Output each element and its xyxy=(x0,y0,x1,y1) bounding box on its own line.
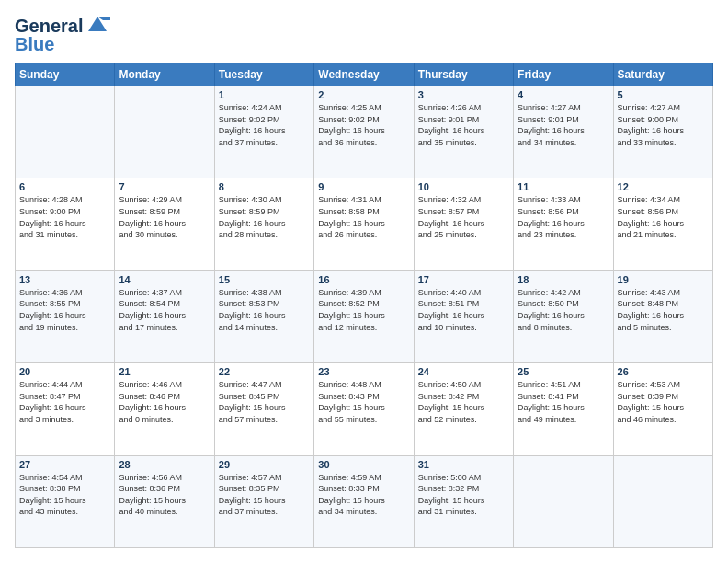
calendar-cell: 23Sunrise: 4:48 AM Sunset: 8:43 PM Dayli… xyxy=(314,363,414,455)
calendar-cell: 5Sunrise: 4:27 AM Sunset: 9:00 PM Daylig… xyxy=(613,86,712,178)
calendar-cell: 27Sunrise: 4:54 AM Sunset: 8:38 PM Dayli… xyxy=(16,455,115,547)
calendar-cell: 25Sunrise: 4:51 AM Sunset: 8:41 PM Dayli… xyxy=(514,363,613,455)
logo: General Blue xyxy=(15,15,110,53)
calendar-cell: 24Sunrise: 4:50 AM Sunset: 8:42 PM Dayli… xyxy=(414,363,513,455)
day-number: 8 xyxy=(219,181,310,192)
calendar-cell: 1Sunrise: 4:24 AM Sunset: 9:02 PM Daylig… xyxy=(214,86,313,178)
day-number: 4 xyxy=(518,89,609,100)
day-number: 30 xyxy=(318,459,409,470)
day-number: 16 xyxy=(318,274,409,285)
day-info: Sunrise: 4:57 AM Sunset: 8:35 PM Dayligh… xyxy=(219,472,310,518)
day-number: 6 xyxy=(19,181,110,192)
day-info: Sunrise: 4:51 AM Sunset: 8:41 PM Dayligh… xyxy=(518,379,609,425)
day-info: Sunrise: 4:29 AM Sunset: 8:59 PM Dayligh… xyxy=(119,194,210,240)
page: General Blue SundayMondayTuesdayWednesda… xyxy=(0,0,728,563)
day-header-monday: Monday xyxy=(115,63,214,86)
day-number: 1 xyxy=(219,89,310,100)
day-number: 24 xyxy=(418,366,509,377)
calendar-cell: 6Sunrise: 4:28 AM Sunset: 9:00 PM Daylig… xyxy=(16,178,115,270)
header: General Blue xyxy=(15,15,713,53)
day-info: Sunrise: 4:43 AM Sunset: 8:48 PM Dayligh… xyxy=(618,287,709,333)
logo-blue: Blue xyxy=(15,35,110,53)
day-number: 3 xyxy=(418,89,509,100)
calendar-week-5: 27Sunrise: 4:54 AM Sunset: 8:38 PM Dayli… xyxy=(16,455,713,547)
logo-general: General xyxy=(15,17,83,35)
day-number: 7 xyxy=(119,181,210,192)
day-number: 2 xyxy=(318,89,409,100)
calendar-table: SundayMondayTuesdayWednesdayThursdayFrid… xyxy=(15,63,713,548)
day-info: Sunrise: 4:38 AM Sunset: 8:53 PM Dayligh… xyxy=(219,287,310,333)
calendar-cell: 19Sunrise: 4:43 AM Sunset: 8:48 PM Dayli… xyxy=(613,270,712,362)
day-number: 18 xyxy=(518,274,609,285)
day-header-friday: Friday xyxy=(514,63,613,86)
day-number: 29 xyxy=(219,459,310,470)
calendar-cell: 16Sunrise: 4:39 AM Sunset: 8:52 PM Dayli… xyxy=(314,270,414,362)
calendar-cell: 31Sunrise: 5:00 AM Sunset: 8:32 PM Dayli… xyxy=(414,455,513,547)
day-number: 20 xyxy=(19,366,110,377)
calendar-cell: 14Sunrise: 4:37 AM Sunset: 8:54 PM Dayli… xyxy=(115,270,214,362)
calendar-cell: 10Sunrise: 4:32 AM Sunset: 8:57 PM Dayli… xyxy=(414,178,513,270)
calendar-week-1: 1Sunrise: 4:24 AM Sunset: 9:02 PM Daylig… xyxy=(16,86,713,178)
calendar-week-2: 6Sunrise: 4:28 AM Sunset: 9:00 PM Daylig… xyxy=(16,178,713,270)
calendar-week-4: 20Sunrise: 4:44 AM Sunset: 8:47 PM Dayli… xyxy=(16,363,713,455)
day-number: 21 xyxy=(119,366,210,377)
day-info: Sunrise: 4:47 AM Sunset: 8:45 PM Dayligh… xyxy=(219,379,310,425)
day-info: Sunrise: 4:34 AM Sunset: 8:56 PM Dayligh… xyxy=(618,194,709,240)
day-info: Sunrise: 4:48 AM Sunset: 8:43 PM Dayligh… xyxy=(318,379,409,425)
calendar-cell: 13Sunrise: 4:36 AM Sunset: 8:55 PM Dayli… xyxy=(16,270,115,362)
calendar-cell: 22Sunrise: 4:47 AM Sunset: 8:45 PM Dayli… xyxy=(214,363,313,455)
day-info: Sunrise: 4:25 AM Sunset: 9:02 PM Dayligh… xyxy=(318,102,409,148)
calendar-cell xyxy=(115,86,214,178)
day-info: Sunrise: 4:56 AM Sunset: 8:36 PM Dayligh… xyxy=(119,472,210,518)
day-number: 27 xyxy=(19,459,110,470)
calendar-cell xyxy=(16,86,115,178)
day-info: Sunrise: 4:37 AM Sunset: 8:54 PM Dayligh… xyxy=(119,287,210,333)
day-number: 23 xyxy=(318,366,409,377)
day-info: Sunrise: 4:33 AM Sunset: 8:56 PM Dayligh… xyxy=(518,194,609,240)
calendar-cell: 12Sunrise: 4:34 AM Sunset: 8:56 PM Dayli… xyxy=(613,178,712,270)
day-number: 10 xyxy=(418,181,509,192)
day-info: Sunrise: 5:00 AM Sunset: 8:32 PM Dayligh… xyxy=(418,472,509,518)
calendar-cell: 26Sunrise: 4:53 AM Sunset: 8:39 PM Dayli… xyxy=(613,363,712,455)
day-number: 25 xyxy=(518,366,609,377)
calendar-cell: 17Sunrise: 4:40 AM Sunset: 8:51 PM Dayli… xyxy=(414,270,513,362)
calendar-cell: 8Sunrise: 4:30 AM Sunset: 8:59 PM Daylig… xyxy=(214,178,313,270)
calendar-week-3: 13Sunrise: 4:36 AM Sunset: 8:55 PM Dayli… xyxy=(16,270,713,362)
calendar-cell: 4Sunrise: 4:27 AM Sunset: 9:01 PM Daylig… xyxy=(514,86,613,178)
day-info: Sunrise: 4:32 AM Sunset: 8:57 PM Dayligh… xyxy=(418,194,509,240)
calendar-header-row: SundayMondayTuesdayWednesdayThursdayFrid… xyxy=(16,63,713,86)
calendar-cell: 30Sunrise: 4:59 AM Sunset: 8:33 PM Dayli… xyxy=(314,455,414,547)
calendar-cell: 15Sunrise: 4:38 AM Sunset: 8:53 PM Dayli… xyxy=(214,270,313,362)
day-info: Sunrise: 4:54 AM Sunset: 8:38 PM Dayligh… xyxy=(19,472,110,518)
calendar-cell xyxy=(613,455,712,547)
calendar-cell: 9Sunrise: 4:31 AM Sunset: 8:58 PM Daylig… xyxy=(314,178,414,270)
day-number: 14 xyxy=(119,274,210,285)
day-info: Sunrise: 4:27 AM Sunset: 9:00 PM Dayligh… xyxy=(618,102,709,148)
day-number: 28 xyxy=(119,459,210,470)
day-info: Sunrise: 4:26 AM Sunset: 9:01 PM Dayligh… xyxy=(418,102,509,148)
day-info: Sunrise: 4:30 AM Sunset: 8:59 PM Dayligh… xyxy=(219,194,310,240)
day-header-saturday: Saturday xyxy=(613,63,712,86)
day-number: 17 xyxy=(418,274,509,285)
day-number: 12 xyxy=(618,181,709,192)
day-info: Sunrise: 4:46 AM Sunset: 8:46 PM Dayligh… xyxy=(119,379,210,425)
day-info: Sunrise: 4:39 AM Sunset: 8:52 PM Dayligh… xyxy=(318,287,409,333)
day-number: 9 xyxy=(318,181,409,192)
day-info: Sunrise: 4:28 AM Sunset: 9:00 PM Dayligh… xyxy=(19,194,110,240)
day-info: Sunrise: 4:40 AM Sunset: 8:51 PM Dayligh… xyxy=(418,287,509,333)
calendar-cell: 29Sunrise: 4:57 AM Sunset: 8:35 PM Dayli… xyxy=(214,455,313,547)
day-info: Sunrise: 4:44 AM Sunset: 8:47 PM Dayligh… xyxy=(19,379,110,425)
day-info: Sunrise: 4:27 AM Sunset: 9:01 PM Dayligh… xyxy=(518,102,609,148)
day-number: 31 xyxy=(418,459,509,470)
calendar-cell: 2Sunrise: 4:25 AM Sunset: 9:02 PM Daylig… xyxy=(314,86,414,178)
day-header-wednesday: Wednesday xyxy=(314,63,414,86)
day-number: 13 xyxy=(19,274,110,285)
day-info: Sunrise: 4:36 AM Sunset: 8:55 PM Dayligh… xyxy=(19,287,110,333)
day-info: Sunrise: 4:42 AM Sunset: 8:50 PM Dayligh… xyxy=(518,287,609,333)
day-number: 26 xyxy=(618,366,709,377)
day-header-tuesday: Tuesday xyxy=(214,63,313,86)
logo-icon xyxy=(85,11,110,37)
day-info: Sunrise: 4:24 AM Sunset: 9:02 PM Dayligh… xyxy=(219,102,310,148)
day-header-sunday: Sunday xyxy=(16,63,115,86)
day-number: 15 xyxy=(219,274,310,285)
